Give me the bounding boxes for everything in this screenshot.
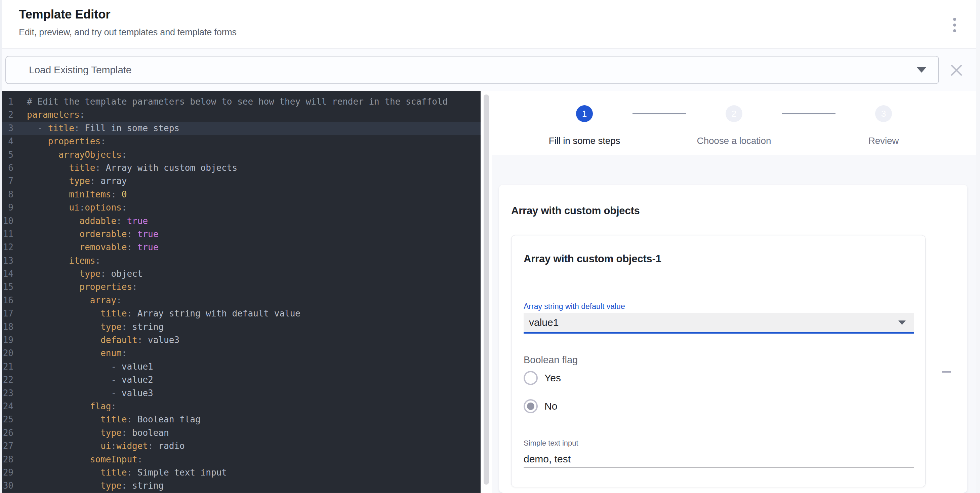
code-line[interactable]: 2parameters: <box>2 108 480 121</box>
code-text: title: Array string with default value <box>27 307 301 320</box>
line-number: 14 <box>2 267 19 281</box>
array-item-card: Array with custom objects-1 Array string… <box>511 235 926 487</box>
line-number: 7 <box>2 174 19 188</box>
stepper-step-1[interactable]: 1Fill in some steps <box>542 105 627 146</box>
line-number: 17 <box>2 307 19 320</box>
code-line[interactable]: 11 orderable: true <box>2 228 480 241</box>
code-lines: 1# Edit the template parameters below to… <box>2 95 480 493</box>
code-text: title: Boolean flag <box>27 413 200 426</box>
load-existing-template-select[interactable]: Load Existing Template <box>5 56 939 84</box>
code-line[interactable]: 23 - value3 <box>2 387 480 400</box>
code-line[interactable]: 15 properties: <box>2 281 480 294</box>
line-number: 18 <box>2 321 19 333</box>
array-item-title: Array with custom objects-1 <box>523 252 914 266</box>
code-text: ui:widget: radio <box>27 440 185 453</box>
code-text: enum: <box>27 347 127 360</box>
radio-option-label: Yes <box>544 372 561 384</box>
code-line[interactable]: 24 flag: <box>2 400 480 413</box>
code-line[interactable]: 3 - title: Fill in some steps <box>2 122 480 135</box>
code-text: parameters: <box>27 108 85 121</box>
line-number: 20 <box>2 347 19 360</box>
code-line[interactable]: 14 type: object <box>2 267 480 281</box>
main-split: 1# Edit the template parameters below to… <box>2 91 976 493</box>
array-string-select-value: value1 <box>529 317 898 328</box>
code-line[interactable]: 17 title: Array string with default valu… <box>2 307 480 320</box>
simple-text-input[interactable]: demo, test <box>523 453 914 465</box>
more-options-button[interactable] <box>947 13 963 37</box>
minus-icon <box>942 371 951 373</box>
line-number: 15 <box>2 281 19 294</box>
code-line[interactable]: 7 type: array <box>2 174 480 188</box>
code-line[interactable]: 27 ui:widget: radio <box>2 440 480 453</box>
code-line[interactable]: 29 title: Simple text input <box>2 466 480 479</box>
code-line[interactable]: 28 someInput: <box>2 453 480 466</box>
stepper-step-2[interactable]: 2Choose a location <box>692 105 776 146</box>
line-number: 25 <box>2 413 19 426</box>
line-number: 4 <box>2 135 19 148</box>
code-line[interactable]: 10 addable: true <box>2 215 480 228</box>
code-line[interactable]: 18 type: string <box>2 321 480 333</box>
line-number: 3 <box>2 122 19 135</box>
array-string-select[interactable]: value1 <box>523 313 914 332</box>
page-header: Template Editor Edit, preview, and try o… <box>2 0 976 49</box>
code-text: minItems: 0 <box>27 188 127 201</box>
code-text: default: value3 <box>27 333 180 347</box>
array-section-title: Array with custom objects <box>511 203 967 218</box>
radio-dot <box>527 402 535 410</box>
line-number: 27 <box>2 440 19 453</box>
line-number: 8 <box>2 188 19 201</box>
page-subtitle: Edit, preview, and try out templates and… <box>19 27 976 38</box>
code-line[interactable]: 22 - value2 <box>2 373 480 386</box>
code-line[interactable]: 1# Edit the template parameters below to… <box>2 95 480 108</box>
code-text: - value1 <box>27 360 153 373</box>
code-line[interactable]: 8 minItems: 0 <box>2 188 480 201</box>
code-text: items: <box>27 254 100 267</box>
line-number: 6 <box>2 161 19 174</box>
editor-scrollbar-thumb[interactable] <box>484 94 489 485</box>
code-text: - value3 <box>27 387 153 400</box>
code-text: addable: true <box>27 215 148 228</box>
code-line[interactable]: 20 enum: <box>2 347 480 360</box>
code-line[interactable]: 13 items: <box>2 254 480 267</box>
radio-option-yes[interactable]: Yes <box>523 370 914 385</box>
line-number: 9 <box>2 201 19 214</box>
page-title: Template Editor <box>19 7 976 22</box>
code-text: title: Array with custom objects <box>27 161 237 174</box>
stepper-step-3[interactable]: 3Review <box>842 105 926 146</box>
code-line[interactable]: 5 arrayObjects: <box>2 148 480 161</box>
step-label: Choose a location <box>697 136 771 146</box>
code-line[interactable]: 25 title: Boolean flag <box>2 413 480 426</box>
code-line[interactable]: 4 properties: <box>2 135 480 148</box>
code-line[interactable]: 19 default: value3 <box>2 333 480 347</box>
yaml-code-editor[interactable]: 1# Edit the template parameters below to… <box>2 91 480 493</box>
radio-dot <box>527 374 535 382</box>
simple-text-input-label: Simple text input <box>523 439 914 447</box>
template-editor-app: Template Editor Edit, preview, and try o… <box>2 0 976 493</box>
page-scrollbar-track[interactable] <box>976 0 980 493</box>
line-number: 26 <box>2 426 19 440</box>
code-line[interactable]: 21 - value1 <box>2 360 480 373</box>
code-text: ui:options: <box>27 201 127 214</box>
code-line[interactable]: 30 type: string <box>2 479 480 492</box>
code-line[interactable]: 6 title: Array with custom objects <box>2 161 480 174</box>
radio-option-no[interactable]: No <box>523 399 914 414</box>
line-number: 24 <box>2 400 19 413</box>
code-line[interactable]: 26 type: boolean <box>2 426 480 440</box>
kebab-dot <box>953 29 956 32</box>
step-circle: 1 <box>576 105 593 122</box>
select-focus-underline <box>523 332 914 333</box>
stepper-section: 1Fill in some steps2Choose a location3Re… <box>492 91 976 155</box>
radio-circle-icon <box>523 399 538 413</box>
code-line[interactable]: 12 removable: true <box>2 241 480 254</box>
code-text: # Edit the template parameters below to … <box>27 95 448 108</box>
line-number: 2 <box>2 108 19 121</box>
code-line[interactable]: 9 ui:options: <box>2 201 480 214</box>
clear-selection-button[interactable] <box>949 63 964 78</box>
line-number: 23 <box>2 387 19 400</box>
code-line[interactable]: 16 array: <box>2 294 480 307</box>
line-number: 29 <box>2 466 19 479</box>
step-circle: 2 <box>725 105 742 122</box>
line-number: 10 <box>2 215 19 228</box>
kebab-dot <box>953 24 956 27</box>
remove-array-item-button[interactable] <box>936 364 956 379</box>
